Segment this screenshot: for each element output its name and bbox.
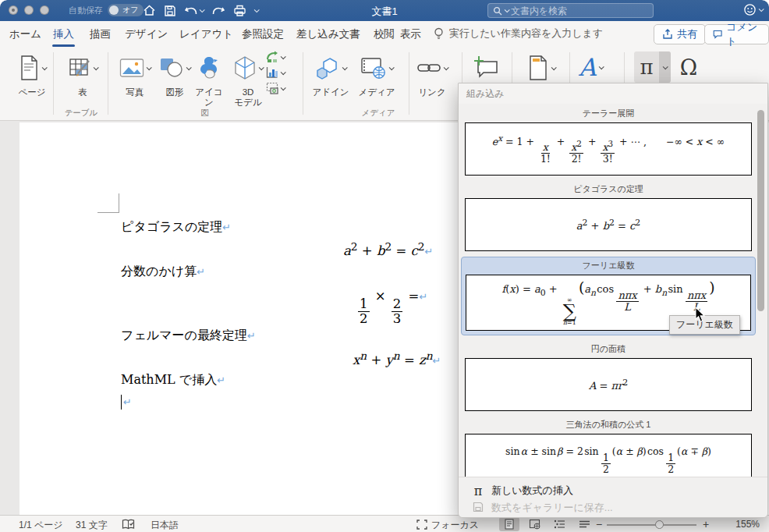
3d-models-button[interactable]: 3D モデル bbox=[228, 52, 268, 108]
gallery-header: 組み込み bbox=[459, 83, 767, 104]
media-icon bbox=[360, 56, 387, 80]
group-label-illustrations: 図 bbox=[117, 108, 292, 119]
tab-view[interactable]: 表示 bbox=[400, 27, 421, 41]
chart-button[interactable] bbox=[266, 66, 285, 79]
screenshot-icon bbox=[266, 82, 278, 94]
view-outline-button[interactable] bbox=[549, 517, 569, 531]
shapes-chevron-icon bbox=[186, 65, 192, 70]
gallery-item-pythagoras[interactable]: ピタゴラスの定理 a2 + b2 = c2 bbox=[465, 181, 752, 257]
group-label-table: テーブル bbox=[56, 108, 106, 119]
view-draft-button[interactable] bbox=[574, 517, 594, 531]
gallery-scrollbar-thumb[interactable] bbox=[757, 110, 764, 311]
screenshot-button[interactable] bbox=[266, 82, 285, 94]
equation-button[interactable]: π bbox=[634, 51, 671, 83]
pages-button[interactable]: ページ bbox=[11, 52, 53, 98]
link-icon bbox=[416, 58, 441, 78]
wordart-button[interactable]: A bbox=[579, 51, 603, 83]
focus-mode-icon[interactable] bbox=[416, 520, 427, 532]
proofing-book-icon[interactable] bbox=[122, 519, 135, 532]
tab-draw[interactable]: 描画 bbox=[90, 27, 111, 41]
doc-heading-fraction: 分数のかけ算↵ bbox=[121, 264, 205, 280]
3d-models-chevron-icon bbox=[259, 65, 264, 70]
cube-3d-icon bbox=[233, 55, 257, 80]
pi-small-icon: π bbox=[471, 484, 485, 498]
tab-insert[interactable]: 挿入 bbox=[53, 27, 74, 41]
doc-equation-pythagoras[interactable]: a2 + b2 = c2↵ bbox=[343, 239, 433, 258]
text-cursor bbox=[121, 395, 122, 410]
comment-icon bbox=[713, 29, 722, 40]
addins-chevron-icon bbox=[342, 65, 348, 70]
links-button[interactable]: リンク bbox=[412, 52, 452, 98]
doc-equation-fraction[interactable]: 12 × 23 =↵ bbox=[356, 289, 427, 327]
tab-layout[interactable]: レイアウト bbox=[179, 27, 233, 41]
zoom-in-button[interactable]: + bbox=[703, 518, 709, 530]
shapes-icon bbox=[159, 57, 184, 79]
addins-label: アドイン bbox=[312, 87, 349, 98]
doc-equation-fermat[interactable]: xn + yn = zn↵ bbox=[353, 349, 441, 367]
zoom-slider-thumb[interactable] bbox=[655, 520, 664, 529]
search-field[interactable] bbox=[487, 3, 654, 18]
equation-dropdown-button[interactable] bbox=[659, 51, 671, 83]
lightbulb-icon bbox=[434, 27, 444, 41]
zoom-level[interactable]: 155% bbox=[735, 519, 760, 530]
search-scope-chevron-icon[interactable] bbox=[505, 7, 510, 12]
paragraph-mark: ↵ bbox=[247, 330, 256, 342]
char-count[interactable]: 31 文字 bbox=[76, 519, 108, 532]
addins-button[interactable]: アドイン bbox=[309, 52, 353, 98]
page-indicator[interactable]: 1/1 ページ bbox=[19, 519, 63, 532]
tell-me-box[interactable]: 実行したい作業内容を入力します bbox=[434, 27, 603, 41]
tab-design[interactable]: デザイン bbox=[125, 27, 168, 41]
table-icon bbox=[68, 56, 91, 80]
equation-pi-icon[interactable]: π bbox=[634, 51, 659, 83]
table-button[interactable]: 表 bbox=[62, 52, 103, 98]
ribbon-divider bbox=[303, 52, 303, 115]
web-layout-icon bbox=[529, 519, 540, 530]
links-chevron-icon bbox=[444, 65, 449, 70]
symbol-button[interactable]: Ω bbox=[674, 51, 703, 83]
equation-gallery-dropdown: 組み込み テーラー展開 ex = 1 + x1! + x22! + x33! +… bbox=[458, 83, 768, 518]
focus-mode-label[interactable]: フォーカス bbox=[431, 519, 479, 532]
comments-button[interactable]: コメント bbox=[704, 24, 769, 44]
smartart-button[interactable] bbox=[266, 51, 285, 63]
shapes-button[interactable]: 図形 bbox=[154, 52, 195, 98]
gallery-footer: π 新しい数式の挿入 数式をギャラリーに保存... bbox=[459, 477, 767, 517]
gallery-list: テーラー展開 ex = 1 + x1! + x22! + x33! + ⋯ , … bbox=[459, 104, 767, 477]
gallery-item-circle-area[interactable]: 円の面積 A = πr2 bbox=[465, 341, 752, 417]
tab-references[interactable]: 参照設定 bbox=[242, 27, 284, 41]
search-icon bbox=[493, 6, 502, 16]
tell-me-label: 実行したい作業内容を入力します bbox=[449, 27, 603, 41]
gallery-item-taylor[interactable]: テーラー展開 ex = 1 + x1! + x22! + x33! + ⋯ , … bbox=[465, 105, 752, 181]
icons-button[interactable]: アイコン bbox=[192, 52, 226, 108]
new-comment-button[interactable] bbox=[468, 52, 504, 83]
gallery-item-trig-sum[interactable]: 三角法の和積の公式 1 sin α ± sin β = 2 sin 12(α ±… bbox=[465, 417, 752, 477]
header-footer-button[interactable] bbox=[521, 52, 562, 83]
tab-review[interactable]: 校閲 bbox=[374, 27, 395, 41]
search-input[interactable] bbox=[511, 5, 648, 16]
pictures-chevron-icon bbox=[147, 65, 152, 70]
shapes-label: 図形 bbox=[166, 87, 184, 98]
media-button[interactable]: メディア bbox=[355, 52, 399, 98]
save-small-icon bbox=[471, 501, 485, 516]
icons-label: アイコン bbox=[192, 87, 226, 108]
pictures-button[interactable]: 写真 bbox=[114, 52, 156, 98]
tab-home[interactable]: ホーム bbox=[9, 27, 41, 41]
titlebar: 自動保存 オフ 文書1 bbox=[0, 0, 769, 21]
zoom-out-button[interactable]: − bbox=[596, 518, 602, 530]
document-title: 文書1 bbox=[0, 5, 769, 19]
new-comment-icon bbox=[472, 55, 500, 80]
duck-icon bbox=[197, 56, 221, 80]
gallery-scrollbar[interactable] bbox=[757, 107, 765, 473]
tab-mailings[interactable]: 差し込み文書 bbox=[296, 27, 360, 41]
print-layout-icon bbox=[504, 519, 515, 530]
language-indicator[interactable]: 日本語 bbox=[151, 519, 179, 532]
view-print-layout-button[interactable] bbox=[499, 517, 519, 531]
share-label: 共有 bbox=[677, 27, 697, 41]
zoom-slider-track[interactable] bbox=[607, 524, 696, 526]
menu-insert-new-equation[interactable]: π 新しい数式の挿入 bbox=[471, 482, 767, 499]
feedback-smiley-icon[interactable] bbox=[743, 3, 757, 16]
share-button[interactable]: 共有 bbox=[654, 24, 706, 44]
comments-label: コメント bbox=[726, 20, 760, 48]
chart-chevron-icon bbox=[281, 69, 286, 75]
wordart-a-icon: A bbox=[579, 53, 596, 81]
view-web-layout-button[interactable] bbox=[524, 517, 544, 531]
